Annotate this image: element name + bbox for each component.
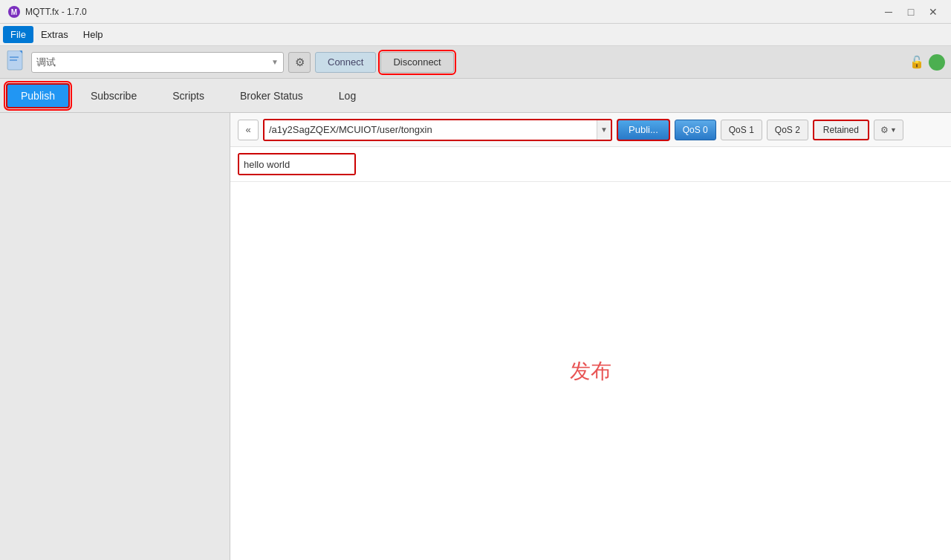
settings-gear-button[interactable]: ⚙ [288,52,311,73]
app-icon: M [7,5,21,19]
close-button[interactable]: ✕ [923,4,944,20]
topic-nav-button[interactable]: « [238,120,259,140]
title-bar: M MQTT.fx - 1.7.0 ─ □ ✕ [0,0,951,24]
settings-arrow-icon: ▼ [890,126,897,134]
main-content: « ▼ Publi... QoS 0 QoS 1 QoS 2 Retained … [0,113,951,560]
retained-button[interactable]: Retained [813,120,869,140]
qos1-button[interactable]: QoS 1 [721,120,762,140]
right-panel: « ▼ Publi... QoS 0 QoS 1 QoS 2 Retained … [230,113,951,560]
tab-broker-status[interactable]: Broker Status [225,83,318,108]
qos2-button[interactable]: QoS 2 [767,120,808,140]
tab-bar: Publish Subscribe Scripts Broker Status … [0,79,951,113]
sidebar [0,113,230,560]
topic-input-wrapper: ▼ [263,119,612,141]
publish-display-area: 发布 [230,182,951,560]
message-input-wrapper [238,153,356,175]
app-title: MQTT.fx - 1.7.0 [25,7,878,17]
menu-help[interactable]: Help [76,26,111,43]
tab-log[interactable]: Log [324,83,371,108]
topic-input[interactable] [264,120,597,140]
menu-file[interactable]: File [3,26,33,43]
window-controls: ─ □ ✕ [878,4,944,20]
dropdown-arrow-icon: ▼ [271,58,279,66]
message-area [230,147,951,182]
svg-rect-4 [10,56,19,58]
settings-icon: ⚙ [880,125,889,135]
menu-bar: File Extras Help [0,24,951,46]
svg-rect-5 [10,59,17,61]
lock-icon[interactable]: 🔓 [909,55,924,69]
new-connection-icon[interactable] [6,51,27,74]
tab-publish[interactable]: Publish [6,83,70,108]
tab-scripts[interactable]: Scripts [158,83,219,108]
connection-status-indicator [929,54,945,71]
publish-toolbar: « ▼ Publi... QoS 0 QoS 1 QoS 2 Retained … [230,113,951,147]
disconnect-button[interactable]: Disconnect [380,52,453,73]
connect-button[interactable]: Connect [315,52,376,73]
svg-text:M: M [11,8,17,16]
message-input[interactable] [239,154,354,174]
publish-chinese-label: 发布 [570,357,611,385]
connection-select[interactable]: 调试 ▼ [31,52,284,73]
qos0-button[interactable]: QoS 0 [675,120,716,140]
tab-subscribe[interactable]: Subscribe [76,83,152,108]
minimize-button[interactable]: ─ [878,4,899,20]
toolbar: 调试 ▼ ⚙ Connect Disconnect 🔓 [0,46,951,79]
maximize-button[interactable]: □ [900,4,921,20]
publish-message-button[interactable]: Publi... [617,119,670,141]
menu-extras[interactable]: Extras [33,26,76,43]
topic-dropdown-arrow[interactable]: ▼ [597,120,611,140]
connection-name: 调试 [36,56,271,69]
publish-settings-button[interactable]: ⚙ ▼ [874,120,903,140]
